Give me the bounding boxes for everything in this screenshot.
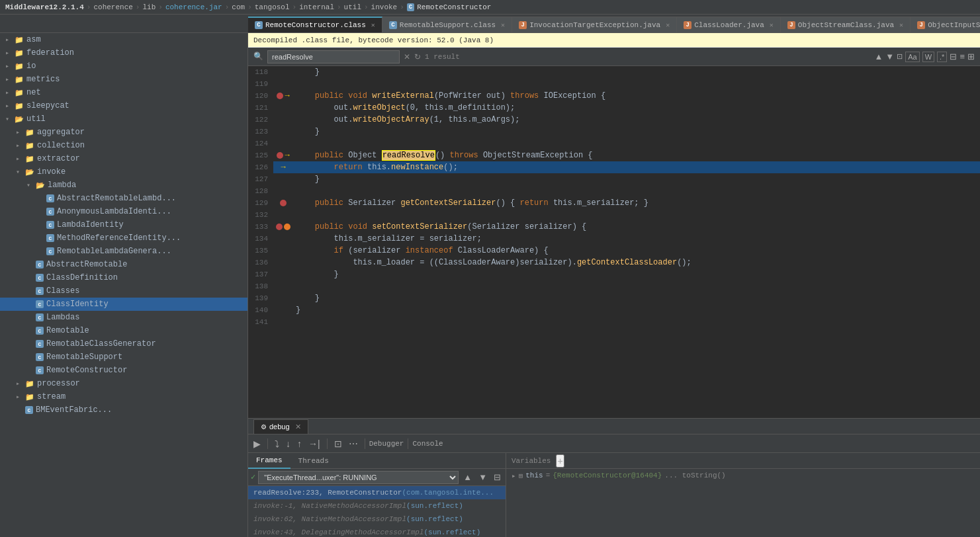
frame-item[interactable]: invoke:43, DelegatingMethodAccessorImpl … [248,526,506,537]
step-into-button[interactable]: ↓ [283,437,293,450]
folder-icon: 📁 [25,380,34,388]
code-line: 132 [248,209,980,221]
tree-item-util[interactable]: ▾📂util [0,112,247,126]
class-icon: C [25,406,33,414]
folder-icon: 📁 [25,128,34,137]
tree-item-lambdaidentity[interactable]: CLambdaIdentity [0,218,247,231]
folder-icon: 📁 [15,75,24,84]
code-content: } [293,304,980,316]
debug-tab-close[interactable]: ✕ [295,423,301,431]
match-word-button[interactable]: W [922,52,934,62]
tree-item-bmeventfabric---[interactable]: CBMEventFabric... [0,403,247,417]
tree-label: net [26,88,41,97]
frame-item[interactable]: invoke:62, NativeMethodAccessorImpl (sun… [248,513,506,526]
search-input[interactable] [267,50,400,63]
tree-item-federation[interactable]: ▸📁federation [0,46,247,60]
step-out-button[interactable]: ↑ [294,437,304,450]
tree-item-invoke[interactable]: ▾📂invoke [0,165,247,179]
tree-item-extractor[interactable]: ▸📁extractor [0,152,247,165]
tab-close-0[interactable]: ✕ [371,21,375,29]
evaluate-button[interactable]: ⊡ [332,437,345,450]
tab-close-2[interactable]: ✕ [666,21,670,29]
thread-down-button[interactable]: ▼ [476,472,489,483]
tab-close-4[interactable]: ✕ [899,21,903,29]
run-to-cursor-button[interactable]: →| [306,437,323,450]
tree-item-stream[interactable]: ▸📁stream [0,390,247,403]
tree-item-remotable[interactable]: CRemotable [0,324,247,337]
add-watch-button[interactable]: + [556,454,564,468]
line-number: 125 [248,149,273,161]
tree-item-remotablelambdagenera---[interactable]: CRemotableLambdaGenera... [0,245,247,258]
tree-item-lambdas[interactable]: CLambdas [0,311,247,324]
tab-close-3[interactable]: ✕ [770,21,774,29]
tree-item-metrics[interactable]: ▸📁metrics [0,73,247,86]
frame-item[interactable]: readResolve:233, RemoteConstructor (com.… [248,486,506,499]
tree-item-sleepycat[interactable]: ▸📁sleepycat [0,99,247,112]
tree-item-lambda[interactable]: ▾📂lambda [0,179,247,192]
tab-object-stream-class[interactable]: J ObjectStreamClass.java ✕ [781,17,911,32]
tree-item-remoteconstructor[interactable]: CRemoteConstructor [0,364,247,377]
tree-item-abstractremotablelambd---[interactable]: CAbstractRemotableLambd... [0,192,247,205]
regex-button[interactable]: .* [937,52,947,62]
tree-item-processor[interactable]: ▸📁processor [0,377,247,390]
line-gutter [273,138,293,149]
line-number: 118 [248,66,273,78]
tree-label: collection [37,141,85,150]
class-icon: C [36,327,44,335]
frame-item[interactable]: invoke:-1, NativeMethodAccessorImpl (sun… [248,499,506,513]
tree-item-classes[interactable]: CClasses [0,284,247,298]
more-debug-button[interactable]: ⋯ [346,437,361,450]
search-refresh-button[interactable]: ↻ [414,52,421,62]
tree-item-anonymouslambdaidenti---[interactable]: CAnonymousLambdaIdenti... [0,205,247,218]
tree-item-abstractremotable[interactable]: CAbstractRemotable [0,258,247,271]
debug-tab-debug[interactable]: ⚙ debug ✕ [253,419,308,434]
match-case-button[interactable]: Aa [905,52,919,62]
tree-item-remotablesupport[interactable]: CRemotableSupport [0,351,247,364]
tree-item-aggregator[interactable]: ▸📁aggregator [0,126,247,139]
code-content: } [293,173,980,185]
tree-item-remotableclassgenerator[interactable]: CRemotableClassGenerator [0,337,247,351]
resume-button[interactable]: ▶ [251,437,263,450]
prev-result-button[interactable]: ▲ [874,52,883,62]
thread-filter-button[interactable]: ⊟ [492,472,503,483]
breadcrumb-part-2: lib [142,3,156,11]
filter-button[interactable]: ⊟ [950,52,957,62]
tree-item-classdefinition[interactable]: CClassDefinition [0,271,247,284]
breakpoint-orange-dot [284,224,290,230]
tab-close-1[interactable]: ✕ [501,21,505,29]
thread-up-button[interactable]: ▲ [461,472,474,483]
next-result-button[interactable]: ▼ [885,52,894,62]
variable-item: ▸ ⊞ this = {RemoteConstructor@16404} ...… [506,469,980,482]
execution-arrow-icon: → [281,161,285,173]
line-gutter [273,102,293,114]
code-lines-container: 118 }119120→ public void writeExternal(P… [248,66,980,328]
filter-results-button[interactable]: ⊞ [967,52,975,62]
thread-selector[interactable]: "ExecuteThread...uxer": RUNNING [258,471,459,484]
code-editor[interactable]: 118 }119120→ public void writeExternal(P… [248,66,980,418]
frames-tab[interactable]: Frames [248,453,290,469]
tab-remote-constructor-class[interactable]: C RemoteConstructor.class ✕ [248,17,382,32]
tree-label: AnonymousLambdaIdenti... [57,207,171,216]
more-options-button[interactable]: ≡ [959,52,965,62]
search-clear-button[interactable]: ✕ [404,52,410,62]
tree-item-collection[interactable]: ▸📁collection [0,139,247,152]
toggle-preview-button[interactable]: ⊡ [897,52,903,62]
tab-remotable-support-class[interactable]: C RemotableSupport.class ✕ [382,17,512,32]
line-number: 122 [248,114,273,126]
file-tree-sidebar: ▸📁asm▸📁federation▸📁io▸📁metrics▸📁net▸📁sle… [0,33,248,537]
threads-tab[interactable]: Threads [290,453,337,469]
tree-item-asm[interactable]: ▸📁asm [0,33,247,46]
tree-arrow-icon: ▸ [16,393,25,401]
tab-object-input-stream[interactable]: J ObjectInputStream.ja... ✕ [911,17,980,32]
tree-item-net[interactable]: ▸📁net [0,86,247,99]
tree-item-classidentity[interactable]: CClassIdentity [0,298,247,311]
breadcrumb-part-4: com [232,3,245,11]
tree-item-io[interactable]: ▸📁io [0,60,247,73]
tree-item-methodreferenceidentity---[interactable]: CMethodReferenceIdentity... [0,231,247,245]
var-expand-icon[interactable]: ▸ [512,472,516,480]
toolbar-separator-3 [365,438,365,449]
tree-label: LambdaIdentity [57,220,124,229]
step-over-button[interactable]: ⤵ [272,437,282,450]
tab-class-loader[interactable]: J ClassLoader.java ✕ [677,17,781,32]
tab-invocation-target-exception[interactable]: J InvocationTargetException.java ✕ [512,17,677,32]
